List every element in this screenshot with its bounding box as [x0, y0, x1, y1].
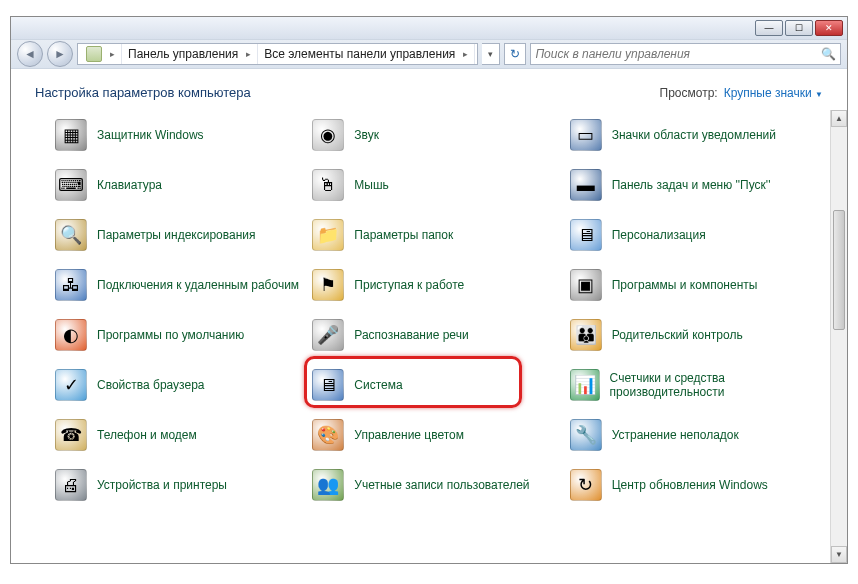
item-label: Центр обновления Windows — [612, 478, 768, 492]
item-label: Параметры папок — [354, 228, 453, 242]
item-getting-started[interactable]: ⚑Приступая к работе — [312, 260, 569, 310]
item-performance[interactable]: 📊Счетчики и средства производительности — [570, 360, 827, 410]
item-troubleshooting[interactable]: 🔧Устранение неполадок — [570, 410, 827, 460]
item-color-management[interactable]: 🎨Управление цветом — [312, 410, 569, 460]
item-label: Система — [354, 378, 402, 392]
scroll-up-button[interactable]: ▲ — [831, 110, 847, 127]
update-icon: ↻ — [570, 469, 602, 501]
item-mouse[interactable]: 🖱Мышь — [312, 160, 569, 210]
item-label: Защитник Windows — [97, 128, 204, 142]
shield-icon: ▦ — [55, 119, 87, 151]
item-devices-printers[interactable]: 🖨Устройства и принтеры — [55, 460, 312, 510]
minimize-button[interactable]: — — [755, 20, 783, 36]
troubleshoot-icon: 🔧 — [570, 419, 602, 451]
item-label: Персонализация — [612, 228, 706, 242]
search-box[interactable]: 🔍 — [530, 43, 841, 65]
perf-icon: 📊 — [570, 369, 600, 401]
mic-icon: 🎤 — [312, 319, 344, 351]
item-label: Программы по умолчанию — [97, 328, 244, 342]
scrollbar[interactable]: ▲ ▼ — [830, 110, 847, 563]
item-label: Управление цветом — [354, 428, 464, 442]
items-viewport: ▦Защитник Windows◉Звук▭Значки области ув… — [11, 110, 847, 563]
item-label: Подключения к удаленным рабочим — [97, 278, 299, 292]
item-folder-options[interactable]: 📁Параметры папок — [312, 210, 569, 260]
item-label: Звук — [354, 128, 379, 142]
content-area: Настройка параметров компьютера Просмотр… — [11, 69, 847, 563]
page-title: Настройка параметров компьютера — [35, 85, 251, 100]
item-label: Мышь — [354, 178, 389, 192]
titlebar: — ☐ ✕ — [11, 17, 847, 39]
refresh-button[interactable]: ↻ — [504, 43, 526, 65]
item-sound[interactable]: ◉Звук — [312, 110, 569, 160]
view-selector: Просмотр: Крупные значки ▼ — [660, 86, 823, 100]
item-programs[interactable]: ▣Программы и компоненты — [570, 260, 827, 310]
flag-icon: ⚑ — [312, 269, 344, 301]
speaker-icon: ◉ — [312, 119, 344, 151]
phone-icon: ☎ — [55, 419, 87, 451]
item-windows-defender[interactable]: ▦Защитник Windows — [55, 110, 312, 160]
item-system[interactable]: 🖥Система — [312, 360, 569, 410]
item-label: Значки области уведомлений — [612, 128, 776, 142]
item-label: Программы и компоненты — [612, 278, 758, 292]
item-label: Панель задач и меню ''Пуск'' — [612, 178, 771, 192]
item-label: Клавиатура — [97, 178, 162, 192]
taskbar-icon: ▬ — [570, 169, 602, 201]
item-label: Счетчики и средства производительности — [610, 371, 827, 400]
maximize-button[interactable]: ☐ — [785, 20, 813, 36]
folder-icon: 📁 — [312, 219, 344, 251]
item-label: Родительский контроль — [612, 328, 743, 342]
forward-button[interactable]: ► — [47, 41, 73, 67]
scroll-down-button[interactable]: ▼ — [831, 546, 847, 563]
item-label: Учетные записи пользователей — [354, 478, 529, 492]
remote-icon: 🖧 — [55, 269, 87, 301]
keyboard-icon: ⌨ — [55, 169, 87, 201]
item-label: Параметры индексирования — [97, 228, 255, 242]
back-button[interactable]: ◄ — [17, 41, 43, 67]
devices-icon: 🖨 — [55, 469, 87, 501]
item-label: Телефон и модем — [97, 428, 197, 442]
control-panel-icon — [86, 46, 102, 62]
item-phone-modem[interactable]: ☎Телефон и модем — [55, 410, 312, 460]
item-speech[interactable]: 🎤Распознавание речи — [312, 310, 569, 360]
content-header: Настройка параметров компьютера Просмотр… — [11, 69, 847, 110]
item-keyboard[interactable]: ⌨Клавиатура — [55, 160, 312, 210]
item-windows-update[interactable]: ↻Центр обновления Windows — [570, 460, 827, 510]
scroll-thumb[interactable] — [833, 210, 845, 330]
mouse-icon: 🖱 — [312, 169, 344, 201]
color-icon: 🎨 — [312, 419, 344, 451]
item-taskbar[interactable]: ▬Панель задач и меню ''Пуск'' — [570, 160, 827, 210]
item-indexing[interactable]: 🔍Параметры индексирования — [55, 210, 312, 260]
item-personalization[interactable]: 🖥Персонализация — [570, 210, 827, 260]
item-label: Распознавание речи — [354, 328, 468, 342]
address-dropdown[interactable]: ▾ — [482, 43, 500, 65]
programs-icon: ▣ — [570, 269, 602, 301]
index-icon: 🔍 — [55, 219, 87, 251]
breadcrumb-root[interactable]: ▸ — [80, 44, 122, 64]
search-input[interactable] — [535, 47, 821, 61]
default-icon: ◐ — [55, 319, 87, 351]
search-icon: 🔍 — [821, 47, 836, 61]
browser-icon: ✓ — [55, 369, 87, 401]
breadcrumb-item-1[interactable]: Все элементы панели управления▸ — [258, 44, 475, 64]
item-label: Устройства и принтеры — [97, 478, 227, 492]
breadcrumb[interactable]: ▸ Панель управления▸ Все элементы панели… — [77, 43, 478, 65]
users-icon: 👥 — [312, 469, 344, 501]
parental-icon: 👪 — [570, 319, 602, 351]
item-notification-icons[interactable]: ▭Значки области уведомлений — [570, 110, 827, 160]
item-user-accounts[interactable]: 👥Учетные записи пользователей — [312, 460, 569, 510]
items-grid: ▦Защитник Windows◉Звук▭Значки области ув… — [11, 110, 847, 510]
item-remote[interactable]: 🖧Подключения к удаленным рабочим — [55, 260, 312, 310]
item-label: Приступая к работе — [354, 278, 464, 292]
breadcrumb-item-0[interactable]: Панель управления▸ — [122, 44, 258, 64]
view-label: Просмотр: — [660, 86, 718, 100]
item-label: Устранение неполадок — [612, 428, 739, 442]
control-panel-window: — ☐ ✕ ◄ ► ▸ Панель управления▸ Все элеме… — [10, 16, 848, 564]
close-button[interactable]: ✕ — [815, 20, 843, 36]
view-dropdown[interactable]: Крупные значки ▼ — [724, 86, 823, 100]
item-default-programs[interactable]: ◐Программы по умолчанию — [55, 310, 312, 360]
system-icon: 🖥 — [312, 369, 344, 401]
item-parental[interactable]: 👪Родительский контроль — [570, 310, 827, 360]
personalize-icon: 🖥 — [570, 219, 602, 251]
tray-icon: ▭ — [570, 119, 602, 151]
item-internet-options[interactable]: ✓Свойства браузера — [55, 360, 312, 410]
